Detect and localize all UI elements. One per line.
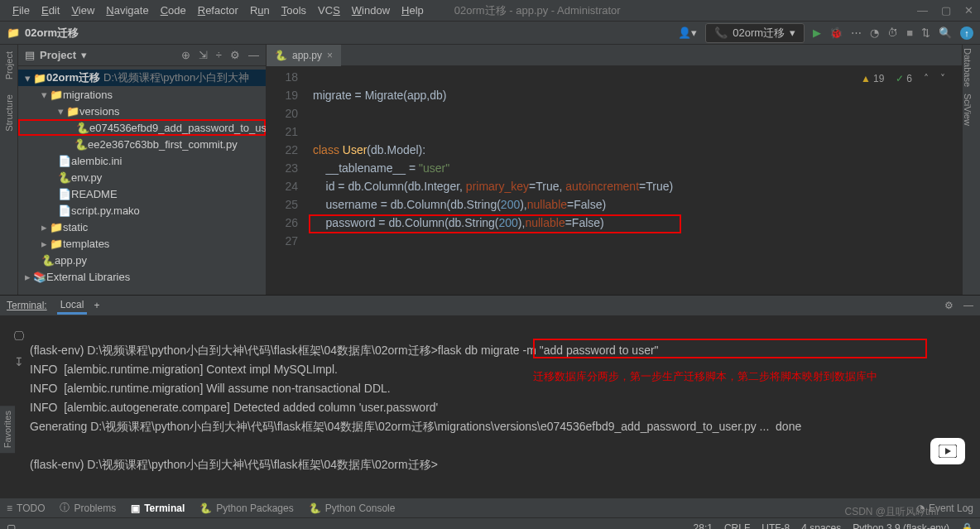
hide-icon[interactable]: — [248,49,259,61]
profile-icon[interactable]: ⏱ [887,26,898,39]
menu-refactor[interactable]: Refactor [192,4,244,17]
tree-label: env.py [71,171,102,184]
chevron-down-icon: ▾ [790,26,795,39]
code-editor[interactable]: 18192021222324252627 19 6 ˄ ˅ migrate = … [267,66,962,295]
maximize-icon[interactable]: ▢ [941,4,951,17]
folder-icon: 📁 [33,72,46,84]
video-overlay-icon[interactable] [930,438,965,464]
side-tab-project[interactable]: Project [4,48,14,83]
menu-edit[interactable]: Edit [36,4,65,17]
toolwin-problems[interactable]: ⓘ Problems [60,501,116,515]
toolwin-python-console[interactable]: 🐍 Python Console [309,503,396,514]
close-tab-icon[interactable]: × [327,50,333,61]
lock-icon[interactable]: 🔒 [961,522,973,530]
status-icon[interactable]: ▢ [7,522,16,530]
menu-vcs[interactable]: VCS [312,4,346,17]
toolwin-terminal[interactable]: ▣ Terminal [131,503,185,514]
code-content[interactable]: 19 6 ˄ ˅ migrate = Migrate(app,db) class… [306,66,962,295]
tree-external-libs[interactable]: ▸📚 External Libraries [18,268,266,285]
side-tab-favorites[interactable]: Favorites [0,406,15,453]
run-config-label: 02orm迁移 [733,26,785,41]
tree-folder-versions[interactable]: ▾📁 versions [18,103,266,119]
target-icon[interactable]: ⊕ [181,49,190,61]
menu-navigate[interactable]: Navigate [100,4,154,17]
file-encoding[interactable]: UTF-8 [761,522,790,530]
tree-file-alembic[interactable]: 📄 alembic.ini [18,152,266,169]
terminal-title: Terminal: [7,300,47,311]
tree-label: ee2e367c63bb_first_commit.py [88,138,238,151]
run-config-selector[interactable]: 📞 02orm迁移 ▾ [705,23,805,43]
project-view-icon: ▤ [25,49,35,61]
status-bar: ▢ 28:1 CRLF UTF-8 4 spaces Python 3.9 (f… [0,517,980,529]
tree-folder-static[interactable]: ▸📁 static [18,219,266,235]
tree-label: 02orm迁移 [46,70,100,85]
menu-window[interactable]: Window [346,4,396,17]
more-run-icon[interactable]: ⋯ [851,26,862,39]
inspection-widget[interactable]: 19 6 ˄ ˅ [861,70,945,88]
gear-icon[interactable]: ⚙ [230,49,240,61]
navigation-bar: 📁 02orm迁移 👤▾ 📞 02orm迁移 ▾ ▶ 🐞 ⋯ ◔ ⏱ ■ ⇅ 🔍… [0,22,980,45]
tree-file-app[interactable]: 🐍 app.py [18,252,266,268]
tree-folder-templates[interactable]: ▸📁 templates [18,235,266,252]
side-tab-structure[interactable]: Structure [4,91,14,135]
tab-label: app.py [292,50,322,61]
tree-path: D:\视频课程\python小白到大神 [103,70,249,85]
terminal-tab-local[interactable]: Local [57,297,88,315]
add-terminal-button[interactable]: + [94,300,99,311]
stop-button[interactable]: ■ [906,26,913,39]
menu-help[interactable]: Help [396,4,430,17]
tree-root[interactable]: ▾📁 02orm迁移 D:\视频课程\python小白到大神 [18,70,266,86]
tree-file-readme[interactable]: 📄 README [18,185,266,202]
tree-label: app.py [55,254,87,267]
tree-file-script[interactable]: 📄 script.py.mako [18,202,266,219]
toolwin-python-packages[interactable]: 🐍 Python Packages [199,503,293,514]
editor-tabbar: 🐍 app.py × [267,45,962,66]
chevron-up-icon[interactable]: ˄ [924,70,929,88]
phone-icon: 📞 [714,26,728,39]
chevron-down-icon[interactable]: ▾ [81,49,87,61]
collapse-icon[interactable]: ÷ [216,49,222,61]
gear-icon[interactable]: ⚙ [944,300,954,311]
project-tree[interactable]: ▾📁 02orm迁移 D:\视频课程\python小白到大神 ▾📁 migrat… [18,66,266,288]
tree-label: e074536efbd9_add_password_to_user.py [89,122,266,134]
vcs-icon[interactable]: ⇅ [921,26,930,39]
search-icon[interactable]: 🔍 [939,26,952,39]
left-tool-strip: Project Structure [0,45,18,295]
coverage-icon[interactable]: ◔ [870,26,879,39]
tree-label: alembic.ini [71,155,122,167]
watermark-text: CSDN @且听风吟tmi [844,505,939,519]
tree-file-add-password[interactable]: 🐍 e074536efbd9_add_password_to_user.py [18,119,266,136]
menu-tools[interactable]: Tools [276,4,312,17]
breadcrumb[interactable]: 📁 02orm迁移 [7,26,79,41]
side-tab-sciview[interactable]: SciView [963,90,973,129]
debug-button[interactable]: 🐞 [829,26,843,39]
menu-run[interactable]: Run [244,4,276,17]
tree-file-env[interactable]: 🐍 env.py [18,169,266,185]
close-icon[interactable]: ✕ [964,4,973,17]
update-icon[interactable]: ↑ [960,26,973,40]
chevron-down-icon[interactable]: ˅ [940,70,945,88]
editor-tab-app[interactable]: 🐍 app.py × [267,45,341,66]
menu-file[interactable]: File [7,4,36,17]
caret-position[interactable]: 28:1 [694,522,713,530]
project-tool-window: ▤ Project ▾ ⊕ ⇲ ÷ ⚙ — ▾📁 02orm迁移 D:\视频课程… [18,45,267,295]
run-button[interactable]: ▶ [813,26,821,39]
terminal-output[interactable]: 🖵 ↧ (flask-env) D:\视频课程\python小白到大神\代码\f… [0,315,980,498]
project-view-label[interactable]: Project [40,49,76,61]
indent-setting[interactable]: 4 spaces [801,522,841,530]
hide-icon[interactable]: — [963,300,973,311]
line-separator[interactable]: CRLF [724,522,750,530]
tree-file-first-commit[interactable]: 🐍 ee2e367c63bb_first_commit.py [18,136,266,152]
user-icon[interactable]: 👤▾ [678,26,697,39]
menu-code[interactable]: Code [155,4,192,17]
tree-folder-migrations[interactable]: ▾📁 migrations [18,86,266,103]
menu-view[interactable]: View [65,4,100,17]
python-interpreter[interactable]: Python 3.9 (flask-env) [853,522,949,530]
minimize-icon[interactable]: — [917,4,928,17]
folder-icon: 📁 [7,26,20,39]
annotation-text: 迁移数据库分两步，第一步生产迁移脚本，第二步将脚本映射到数据库中 [533,367,877,386]
scroll-icon[interactable]: ↧ [14,353,24,372]
side-tab-database[interactable]: Database [963,45,973,90]
expand-icon[interactable]: ⇲ [199,49,208,61]
expand-icon[interactable]: 🖵 [13,327,25,346]
